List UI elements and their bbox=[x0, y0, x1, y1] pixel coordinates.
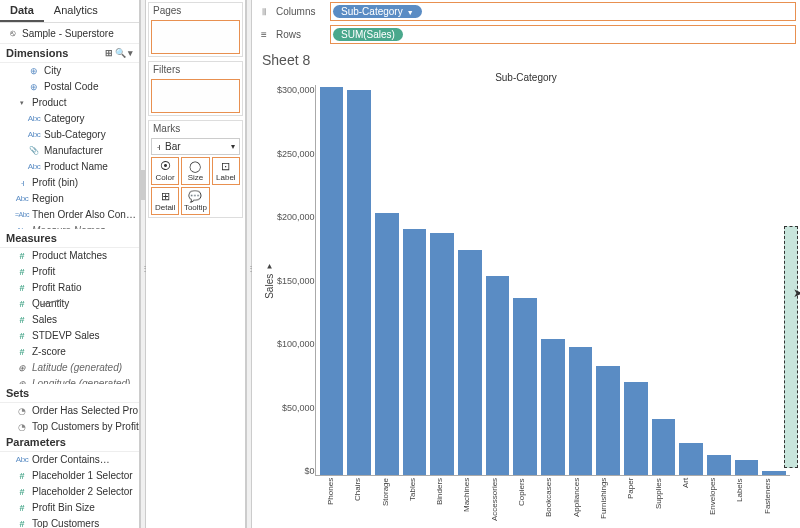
bar-phones[interactable] bbox=[320, 87, 344, 475]
parameters-header: Parameters bbox=[0, 433, 139, 452]
field-item[interactable]: Profit Ratio bbox=[0, 280, 139, 296]
x-label: Chairs bbox=[353, 478, 376, 528]
mark-type-select[interactable]: Bar ▾ bbox=[151, 138, 240, 155]
field-item[interactable]: Placeholder 2 Selector bbox=[0, 484, 139, 500]
set-icon bbox=[16, 421, 28, 433]
x-label: Appliances bbox=[572, 478, 595, 528]
bar-tables[interactable] bbox=[403, 229, 427, 475]
bar-copiers[interactable] bbox=[513, 298, 537, 475]
plot-area[interactable] bbox=[315, 85, 790, 476]
tab-analytics[interactable]: Analytics bbox=[44, 0, 108, 22]
scroll-handle[interactable] bbox=[139, 170, 145, 200]
sort-icon[interactable] bbox=[407, 6, 414, 17]
field-item[interactable]: Product bbox=[0, 95, 139, 111]
abc-icon bbox=[16, 454, 28, 466]
bar-chart: Sales ▼ $300,000$250,000$200,000$150,000… bbox=[262, 85, 790, 476]
tooltip-icon: 💬 bbox=[188, 190, 202, 202]
measures-label: Measures bbox=[6, 232, 57, 244]
bar-fasteners[interactable] bbox=[762, 471, 786, 475]
x-label: Copiers bbox=[517, 478, 540, 528]
field-label: Order Has Selected Pro… bbox=[32, 404, 139, 418]
bar-chairs[interactable] bbox=[347, 90, 371, 475]
field-item[interactable]: Z-score bbox=[0, 344, 139, 360]
view-grid-icon[interactable]: ⊞ bbox=[105, 48, 113, 58]
field-label: Longitude (generated) bbox=[32, 377, 130, 384]
field-item[interactable]: Order Contains… bbox=[0, 452, 139, 468]
field-item[interactable]: Longitude (generated) bbox=[0, 376, 139, 384]
sheet-view: Sheet 8 Sub-Category Sales ▼ $300,000$25… bbox=[252, 46, 800, 528]
marks-label: Marks bbox=[149, 121, 242, 136]
x-label: Binders bbox=[435, 478, 458, 528]
field-item[interactable]: Region bbox=[0, 191, 139, 207]
bar-appliances[interactable] bbox=[569, 347, 593, 475]
parameters-list: Order Contains…Placeholder 1 SelectorPla… bbox=[0, 452, 139, 528]
sets-label: Sets bbox=[6, 387, 29, 399]
field-label: Profit Bin Size bbox=[32, 501, 95, 515]
dropdown-icon[interactable]: ▾ bbox=[128, 48, 133, 58]
bar-storage[interactable] bbox=[375, 213, 399, 475]
bar-art[interactable] bbox=[679, 443, 703, 475]
rows-shelf[interactable]: SUM(Sales) bbox=[330, 25, 796, 44]
drag-drop-target[interactable] bbox=[784, 226, 798, 468]
bar-labels[interactable] bbox=[735, 460, 759, 475]
cards-pane: Pages Filters Marks Bar ▾ ⦿Color◯Size⊡La… bbox=[146, 0, 246, 528]
field-item[interactable]: Latitude (generated) bbox=[0, 360, 139, 376]
bar-supplies[interactable] bbox=[652, 419, 676, 475]
field-item[interactable]: Top Customers bbox=[0, 516, 139, 528]
columns-shelf[interactable]: Sub-Category bbox=[330, 2, 796, 21]
bar-machines[interactable] bbox=[458, 250, 482, 475]
mark-tooltip-button[interactable]: 💬Tooltip bbox=[181, 187, 209, 215]
field-item[interactable]: Postal Code bbox=[0, 79, 139, 95]
field-item[interactable]: Placeholder 1 Selector bbox=[0, 468, 139, 484]
y-tick: $300,000 bbox=[277, 85, 315, 95]
field-label: STDEVP Sales bbox=[32, 329, 100, 343]
lat-icon bbox=[16, 362, 28, 374]
field-item[interactable]: Product Matches bbox=[0, 248, 139, 264]
field-item[interactable]: Quantity bbox=[0, 296, 139, 312]
field-label: Top Customers by Profit bbox=[32, 420, 139, 433]
bar-binders[interactable] bbox=[430, 233, 454, 475]
cursor-icon: ➤ bbox=[793, 286, 800, 300]
bar-furnishings[interactable] bbox=[596, 366, 620, 475]
hash-icon bbox=[16, 330, 28, 342]
bar-paper[interactable] bbox=[624, 382, 648, 475]
field-item[interactable]: Profit Bin Size bbox=[0, 500, 139, 516]
field-label: Profit Ratio bbox=[32, 281, 81, 295]
field-item[interactable]: City bbox=[0, 63, 139, 79]
mark-detail-button[interactable]: ⊞Detail bbox=[151, 187, 179, 215]
field-item[interactable]: Top Customers by Profit bbox=[0, 419, 139, 433]
search-icon[interactable] bbox=[115, 48, 126, 58]
mark-label-button[interactable]: ⊡Label bbox=[212, 157, 240, 185]
field-item[interactable]: Then Order Also Con… bbox=[0, 207, 139, 223]
sheet-title[interactable]: Sheet 8 bbox=[262, 52, 790, 68]
field-item[interactable]: Profit bbox=[0, 264, 139, 280]
field-item[interactable]: Product Name bbox=[0, 159, 139, 175]
field-item[interactable]: Sales bbox=[0, 312, 139, 328]
filters-shelf[interactable]: Filters bbox=[148, 61, 243, 116]
color-icon: ⦿ bbox=[160, 160, 171, 172]
field-label: Z-score bbox=[32, 345, 66, 359]
field-item[interactable]: Manufacturer bbox=[0, 143, 139, 159]
sets-header: Sets bbox=[0, 384, 139, 403]
y-tick: $0 bbox=[277, 466, 315, 476]
field-item[interactable]: Order Has Selected Pro… bbox=[0, 403, 139, 419]
field-item[interactable]: STDEVP Sales bbox=[0, 328, 139, 344]
hash-icon bbox=[16, 518, 28, 528]
field-item[interactable]: Profit (bin) bbox=[0, 175, 139, 191]
bar-accessories[interactable] bbox=[486, 276, 510, 475]
bar-bookcases[interactable] bbox=[541, 339, 565, 475]
x-label: Machines bbox=[462, 478, 485, 528]
pill-sub-category[interactable]: Sub-Category bbox=[333, 5, 422, 18]
pill-sum-sales[interactable]: SUM(Sales) bbox=[333, 28, 403, 41]
mark-size-button[interactable]: ◯Size bbox=[181, 157, 209, 185]
tab-data[interactable]: Data bbox=[0, 0, 44, 22]
field-item[interactable]: Category bbox=[0, 111, 139, 127]
mark-color-button[interactable]: ⦿Color bbox=[151, 157, 179, 185]
splitter-left[interactable] bbox=[140, 0, 146, 528]
field-label: Then Order Also Con… bbox=[32, 208, 136, 222]
datasource-row[interactable]: ⎋ Sample - Superstore bbox=[0, 23, 139, 44]
pages-shelf[interactable]: Pages bbox=[148, 2, 243, 57]
bar-envelopes[interactable] bbox=[707, 455, 731, 475]
field-item[interactable]: Sub-Category bbox=[0, 127, 139, 143]
field-label: Latitude (generated) bbox=[32, 361, 122, 375]
